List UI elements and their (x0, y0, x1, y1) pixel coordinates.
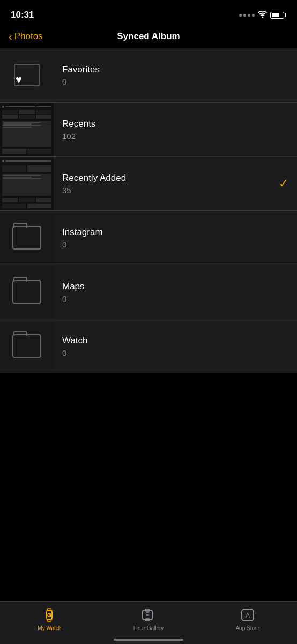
album-item-recently-added[interactable]: Recently Added 35 ✓ (0, 157, 297, 211)
tab-label-my-watch: My Watch (38, 625, 61, 631)
signal-icon (239, 14, 255, 17)
album-thumbnail-recently-added (0, 157, 54, 210)
album-count-instagram: 0 (62, 240, 288, 249)
album-item-maps[interactable]: Maps 0 (0, 265, 297, 319)
face-gallery-icon (140, 607, 157, 623)
album-item-favorites[interactable]: ♥ Favorites 0 (0, 48, 297, 103)
wifi-icon (258, 11, 267, 19)
tab-app-store[interactable]: A App Store (198, 607, 297, 631)
battery-icon (270, 12, 286, 19)
album-name-maps: Maps (62, 281, 288, 292)
page-title: Synced Album (117, 31, 180, 42)
album-count-watch: 0 (62, 348, 288, 357)
tab-bar: My Watch Face Gallery A App Store (0, 601, 297, 644)
album-thumbnail-favorites: ♥ (0, 48, 54, 102)
album-thumbnail-recents (0, 103, 54, 156)
album-name-watch: Watch (62, 335, 288, 346)
album-info-instagram: Instagram 0 (54, 227, 297, 249)
album-info-recently-added: Recently Added 35 (54, 173, 279, 195)
album-info-maps: Maps 0 (54, 281, 297, 303)
album-item-instagram[interactable]: Instagram 0 (0, 211, 297, 265)
album-count-favorites: 0 (62, 77, 288, 86)
back-button[interactable]: ‹ Photos (9, 31, 43, 42)
album-info-watch: Watch 0 (54, 335, 297, 357)
tab-face-gallery[interactable]: Face Gallery (99, 607, 198, 631)
status-time: 10:31 (11, 10, 34, 20)
album-name-recents: Recents (62, 119, 288, 129)
album-info-favorites: Favorites 0 (54, 64, 297, 86)
tab-label-app-store: App Store (235, 625, 259, 631)
album-name-recently-added: Recently Added (62, 173, 270, 184)
tab-label-face-gallery: Face Gallery (133, 625, 164, 631)
back-label: Photos (14, 31, 43, 42)
nav-bar: ‹ Photos Synced Album (0, 27, 297, 48)
chevron-left-icon: ‹ (9, 31, 12, 42)
status-bar: 10:31 (0, 0, 297, 27)
selected-checkmark: ✓ (279, 177, 288, 191)
svg-line-6 (49, 615, 50, 616)
album-item-watch[interactable]: Watch 0 (0, 319, 297, 373)
home-indicator (114, 639, 183, 641)
album-thumbnail-watch (0, 319, 54, 373)
album-thumbnail-instagram (0, 211, 54, 265)
album-item-recents[interactable]: Recents 102 (0, 103, 297, 157)
my-watch-icon (41, 607, 57, 623)
svg-text:A: A (245, 611, 250, 619)
empty-space (0, 373, 297, 502)
album-thumbnail-maps (0, 265, 54, 319)
album-count-recents: 102 (62, 131, 288, 141)
album-name-instagram: Instagram (62, 227, 288, 238)
album-name-favorites: Favorites (62, 64, 288, 75)
album-count-recently-added: 35 (62, 186, 270, 195)
album-list: ♥ Favorites 0 (0, 48, 297, 373)
album-info-recents: Recents 102 (54, 119, 297, 141)
status-icons (239, 11, 286, 19)
app-store-icon: A (240, 607, 256, 623)
album-count-maps: 0 (62, 294, 288, 303)
tab-my-watch[interactable]: My Watch (0, 607, 99, 631)
